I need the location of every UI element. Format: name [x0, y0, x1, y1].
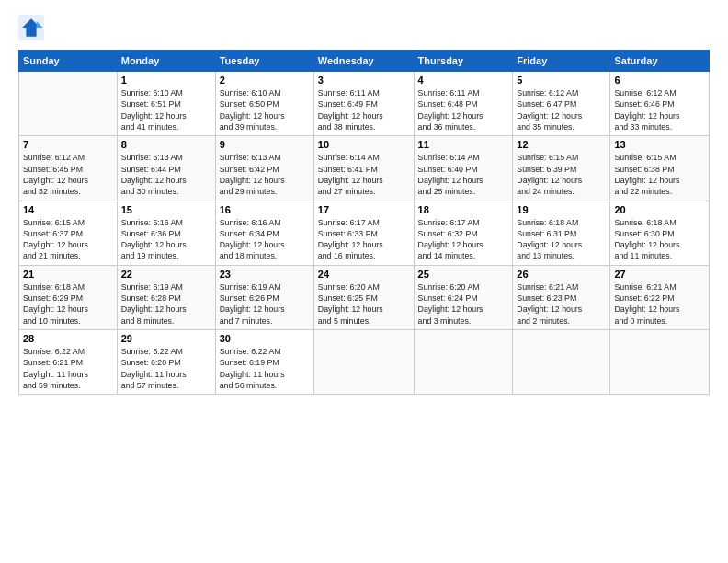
day-number: 23	[220, 269, 310, 280]
day-info: Sunrise: 6:11 AM Sunset: 6:49 PM Dayligh…	[318, 87, 410, 132]
day-info: Sunrise: 6:12 AM Sunset: 6:47 PM Dayligh…	[517, 87, 606, 132]
day-number: 13	[614, 139, 705, 150]
day-number: 20	[614, 204, 705, 215]
day-info: Sunrise: 6:15 AM Sunset: 6:37 PM Dayligh…	[23, 217, 113, 262]
header-cell-monday: Monday	[117, 51, 215, 72]
day-info: Sunrise: 6:12 AM Sunset: 6:45 PM Dayligh…	[23, 152, 113, 197]
day-cell	[610, 330, 710, 395]
day-cell: 1Sunrise: 6:10 AM Sunset: 6:51 PM Daylig…	[117, 72, 215, 136]
day-number: 30	[220, 333, 310, 344]
day-cell: 13Sunrise: 6:15 AM Sunset: 6:38 PM Dayli…	[610, 136, 710, 201]
day-info: Sunrise: 6:14 AM Sunset: 6:40 PM Dayligh…	[418, 152, 509, 197]
day-cell: 27Sunrise: 6:21 AM Sunset: 6:22 PM Dayli…	[610, 265, 710, 329]
header	[18, 15, 710, 40]
calendar-header-row: SundayMondayTuesdayWednesdayThursdayFrid…	[19, 51, 710, 72]
day-number: 17	[318, 204, 410, 215]
day-info: Sunrise: 6:18 AM Sunset: 6:31 PM Dayligh…	[517, 217, 606, 262]
page: SundayMondayTuesdayWednesdayThursdayFrid…	[0, 0, 728, 563]
day-cell	[414, 330, 513, 395]
day-number: 6	[614, 75, 705, 86]
day-cell: 6Sunrise: 6:12 AM Sunset: 6:46 PM Daylig…	[610, 72, 710, 136]
day-cell: 15Sunrise: 6:16 AM Sunset: 6:36 PM Dayli…	[117, 201, 215, 265]
day-number: 3	[318, 75, 410, 86]
day-info: Sunrise: 6:16 AM Sunset: 6:34 PM Dayligh…	[220, 217, 310, 262]
day-info: Sunrise: 6:21 AM Sunset: 6:22 PM Dayligh…	[614, 282, 705, 327]
day-number: 24	[318, 269, 410, 280]
day-cell: 20Sunrise: 6:18 AM Sunset: 6:30 PM Dayli…	[610, 201, 710, 265]
day-info: Sunrise: 6:12 AM Sunset: 6:46 PM Dayligh…	[614, 87, 705, 132]
day-number: 16	[220, 204, 310, 215]
day-info: Sunrise: 6:18 AM Sunset: 6:30 PM Dayligh…	[614, 217, 705, 262]
day-info: Sunrise: 6:11 AM Sunset: 6:48 PM Dayligh…	[418, 87, 509, 132]
day-info: Sunrise: 6:22 AM Sunset: 6:20 PM Dayligh…	[121, 346, 211, 391]
day-info: Sunrise: 6:21 AM Sunset: 6:23 PM Dayligh…	[517, 282, 606, 327]
day-info: Sunrise: 6:13 AM Sunset: 6:42 PM Dayligh…	[220, 152, 310, 197]
day-number: 28	[23, 333, 113, 344]
day-cell: 5Sunrise: 6:12 AM Sunset: 6:47 PM Daylig…	[513, 72, 610, 136]
day-cell: 2Sunrise: 6:10 AM Sunset: 6:50 PM Daylig…	[215, 72, 313, 136]
day-cell: 9Sunrise: 6:13 AM Sunset: 6:42 PM Daylig…	[215, 136, 313, 201]
day-cell: 24Sunrise: 6:20 AM Sunset: 6:25 PM Dayli…	[313, 265, 414, 329]
day-info: Sunrise: 6:19 AM Sunset: 6:26 PM Dayligh…	[220, 282, 310, 327]
logo-icon	[18, 15, 44, 40]
header-cell-friday: Friday	[513, 51, 610, 72]
day-number: 12	[517, 139, 606, 150]
header-cell-saturday: Saturday	[610, 51, 710, 72]
day-cell: 28Sunrise: 6:22 AM Sunset: 6:21 PM Dayli…	[19, 330, 118, 395]
day-info: Sunrise: 6:15 AM Sunset: 6:39 PM Dayligh…	[517, 152, 606, 197]
week-row-4: 28Sunrise: 6:22 AM Sunset: 6:21 PM Dayli…	[19, 330, 710, 395]
day-number: 10	[318, 139, 410, 150]
day-number: 5	[517, 75, 606, 86]
day-cell: 17Sunrise: 6:17 AM Sunset: 6:33 PM Dayli…	[313, 201, 414, 265]
day-info: Sunrise: 6:15 AM Sunset: 6:38 PM Dayligh…	[614, 152, 705, 197]
day-cell: 29Sunrise: 6:22 AM Sunset: 6:20 PM Dayli…	[117, 330, 215, 395]
day-number: 7	[23, 139, 113, 150]
day-number: 25	[418, 269, 509, 280]
day-info: Sunrise: 6:18 AM Sunset: 6:29 PM Dayligh…	[23, 282, 113, 327]
week-row-1: 7Sunrise: 6:12 AM Sunset: 6:45 PM Daylig…	[19, 136, 710, 201]
header-cell-wednesday: Wednesday	[313, 51, 414, 72]
day-cell: 11Sunrise: 6:14 AM Sunset: 6:40 PM Dayli…	[414, 136, 513, 201]
day-number: 19	[517, 204, 606, 215]
header-cell-thursday: Thursday	[414, 51, 513, 72]
day-cell: 7Sunrise: 6:12 AM Sunset: 6:45 PM Daylig…	[19, 136, 118, 201]
logo	[18, 15, 46, 40]
day-cell: 14Sunrise: 6:15 AM Sunset: 6:37 PM Dayli…	[19, 201, 118, 265]
day-info: Sunrise: 6:17 AM Sunset: 6:33 PM Dayligh…	[318, 217, 410, 262]
day-info: Sunrise: 6:19 AM Sunset: 6:28 PM Dayligh…	[121, 282, 211, 327]
day-info: Sunrise: 6:20 AM Sunset: 6:25 PM Dayligh…	[318, 282, 410, 327]
day-number: 27	[614, 269, 705, 280]
day-number: 15	[121, 204, 211, 215]
day-info: Sunrise: 6:22 AM Sunset: 6:21 PM Dayligh…	[23, 346, 113, 391]
day-number: 8	[121, 139, 211, 150]
day-cell: 25Sunrise: 6:20 AM Sunset: 6:24 PM Dayli…	[414, 265, 513, 329]
day-number: 2	[220, 75, 310, 86]
week-row-2: 14Sunrise: 6:15 AM Sunset: 6:37 PM Dayli…	[19, 201, 710, 265]
day-info: Sunrise: 6:22 AM Sunset: 6:19 PM Dayligh…	[220, 346, 310, 391]
day-cell: 23Sunrise: 6:19 AM Sunset: 6:26 PM Dayli…	[215, 265, 313, 329]
day-cell: 4Sunrise: 6:11 AM Sunset: 6:48 PM Daylig…	[414, 72, 513, 136]
day-info: Sunrise: 6:17 AM Sunset: 6:32 PM Dayligh…	[418, 217, 509, 262]
day-cell: 19Sunrise: 6:18 AM Sunset: 6:31 PM Dayli…	[513, 201, 610, 265]
day-number: 26	[517, 269, 606, 280]
day-cell: 3Sunrise: 6:11 AM Sunset: 6:49 PM Daylig…	[313, 72, 414, 136]
day-cell: 21Sunrise: 6:18 AM Sunset: 6:29 PM Dayli…	[19, 265, 118, 329]
header-cell-sunday: Sunday	[19, 51, 118, 72]
week-row-3: 21Sunrise: 6:18 AM Sunset: 6:29 PM Dayli…	[19, 265, 710, 329]
day-cell: 12Sunrise: 6:15 AM Sunset: 6:39 PM Dayli…	[513, 136, 610, 201]
day-number: 11	[418, 139, 509, 150]
day-number: 18	[418, 204, 509, 215]
day-info: Sunrise: 6:14 AM Sunset: 6:41 PM Dayligh…	[318, 152, 410, 197]
day-cell: 16Sunrise: 6:16 AM Sunset: 6:34 PM Dayli…	[215, 201, 313, 265]
day-number: 9	[220, 139, 310, 150]
day-cell: 18Sunrise: 6:17 AM Sunset: 6:32 PM Dayli…	[414, 201, 513, 265]
day-number: 14	[23, 204, 113, 215]
day-cell	[19, 72, 118, 136]
day-number: 21	[23, 269, 113, 280]
day-cell: 30Sunrise: 6:22 AM Sunset: 6:19 PM Dayli…	[215, 330, 313, 395]
day-info: Sunrise: 6:10 AM Sunset: 6:50 PM Dayligh…	[220, 87, 310, 132]
day-info: Sunrise: 6:10 AM Sunset: 6:51 PM Dayligh…	[121, 87, 211, 132]
day-number: 4	[418, 75, 509, 86]
header-cell-tuesday: Tuesday	[215, 51, 313, 72]
day-cell: 22Sunrise: 6:19 AM Sunset: 6:28 PM Dayli…	[117, 265, 215, 329]
